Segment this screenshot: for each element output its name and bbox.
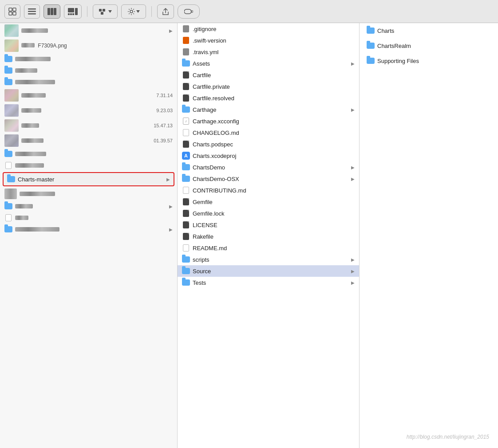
list-item[interactable]: ▶ bbox=[0, 23, 177, 38]
list-item[interactable]: 15.47.13 bbox=[0, 118, 177, 133]
toolbar bbox=[0, 0, 498, 23]
finder-window: ▶ F7309A.png bbox=[0, 23, 498, 448]
list-item[interactable]: 9.23.03 bbox=[0, 103, 177, 118]
list-item[interactable]: ChartsDemo ▶ bbox=[178, 161, 359, 173]
list-item[interactable]: 01.39.57 bbox=[0, 133, 177, 148]
list-item[interactable]: Assets ▶ bbox=[178, 58, 359, 69]
svg-rect-1 bbox=[13, 8, 16, 11]
list-item[interactable]: i Carthage.xcconfig bbox=[178, 115, 359, 127]
list-item[interactable]: ▶ bbox=[0, 224, 177, 235]
svg-rect-16 bbox=[103, 9, 105, 12]
svg-rect-12 bbox=[70, 13, 72, 15]
right-column: Charts ChartsRealm Supporting Files bbox=[360, 23, 498, 448]
charts-master-container: Charts-master ▶ bbox=[0, 171, 177, 187]
list-item[interactable]: scripts ▶ bbox=[178, 254, 359, 265]
list-item[interactable]: .travis.yml bbox=[178, 46, 359, 58]
svg-rect-2 bbox=[9, 12, 12, 15]
toolbar-separator-2 bbox=[151, 6, 152, 17]
list-item[interactable] bbox=[0, 76, 177, 88]
list-item[interactable]: A Charts.xcodeproj bbox=[178, 150, 359, 161]
svg-rect-11 bbox=[68, 13, 70, 15]
svg-rect-17 bbox=[101, 12, 103, 15]
list-item[interactable]: Carthage ▶ bbox=[178, 104, 359, 115]
supporting-files-folder-item[interactable]: Supporting Files bbox=[360, 53, 498, 68]
list-item[interactable]: Cartfile.resolved bbox=[178, 92, 359, 104]
list-item[interactable] bbox=[0, 148, 177, 160]
toolbar-separator-1 bbox=[87, 6, 87, 17]
list-view-button[interactable] bbox=[24, 4, 40, 19]
svg-point-18 bbox=[130, 10, 133, 13]
svg-rect-7 bbox=[47, 8, 50, 15]
list-item[interactable] bbox=[0, 160, 177, 171]
watermark: http://blog.csdn.net/liujingran_2015 bbox=[407, 434, 489, 440]
list-item[interactable] bbox=[0, 53, 177, 65]
grid-4-button[interactable] bbox=[4, 4, 20, 19]
svg-rect-10 bbox=[68, 8, 74, 12]
list-item[interactable]: Cartfile bbox=[178, 69, 359, 81]
left-column: ▶ F7309A.png bbox=[0, 23, 178, 448]
svg-rect-13 bbox=[72, 13, 74, 15]
columns-view-button[interactable] bbox=[43, 4, 60, 19]
svg-rect-5 bbox=[28, 11, 36, 12]
arrange-button[interactable] bbox=[93, 4, 118, 19]
svg-rect-6 bbox=[28, 13, 36, 15]
list-item[interactable]: LICENSE bbox=[178, 219, 359, 231]
columns-area: ▶ F7309A.png bbox=[0, 23, 498, 448]
tag-button[interactable] bbox=[178, 4, 200, 19]
middle-column: .gitignore .swift-version .travis.yml As… bbox=[178, 23, 360, 448]
list-item[interactable]: ▶ bbox=[0, 200, 177, 212]
list-item[interactable] bbox=[0, 65, 177, 76]
svg-rect-4 bbox=[28, 8, 36, 10]
list-item[interactable]: 7.31.14 bbox=[0, 88, 177, 103]
svg-rect-9 bbox=[54, 8, 56, 15]
gallery-view-button[interactable] bbox=[64, 4, 82, 19]
list-item[interactable]: ChartsDemo-OSX ▶ bbox=[178, 173, 359, 185]
svg-rect-8 bbox=[51, 8, 53, 15]
share-button[interactable] bbox=[157, 4, 174, 19]
list-item[interactable]: Cartfile.private bbox=[178, 81, 359, 92]
svg-rect-3 bbox=[13, 12, 16, 15]
list-item[interactable]: Gemfile.lock bbox=[178, 208, 359, 219]
charts-folder-item[interactable]: Charts bbox=[360, 23, 498, 38]
list-item[interactable]: F7309A.png bbox=[0, 38, 177, 53]
list-item[interactable]: CONTRIBUTING.md bbox=[178, 185, 359, 196]
svg-rect-0 bbox=[9, 8, 12, 11]
svg-rect-14 bbox=[75, 8, 78, 15]
list-item[interactable] bbox=[0, 212, 177, 224]
source-folder-item[interactable]: Source ▶ bbox=[178, 265, 359, 277]
list-item[interactable]: .swift-version bbox=[178, 35, 359, 46]
settings-button[interactable] bbox=[121, 4, 146, 19]
list-item[interactable]: .gitignore bbox=[178, 23, 359, 35]
list-item[interactable] bbox=[0, 187, 177, 200]
chartsrealm-folder-item[interactable]: ChartsRealm bbox=[360, 38, 498, 53]
list-item[interactable]: CHANGELOG.md bbox=[178, 127, 359, 138]
list-item[interactable]: Charts.podspec bbox=[178, 138, 359, 150]
charts-master-item[interactable]: Charts-master ▶ bbox=[3, 172, 174, 186]
list-item[interactable]: Rakefile bbox=[178, 231, 359, 242]
svg-rect-19 bbox=[184, 9, 191, 14]
list-item[interactable]: Tests ▶ bbox=[178, 277, 359, 288]
list-item[interactable]: Gemfile bbox=[178, 196, 359, 208]
list-item[interactable]: README.md bbox=[178, 242, 359, 254]
svg-rect-15 bbox=[99, 9, 102, 12]
